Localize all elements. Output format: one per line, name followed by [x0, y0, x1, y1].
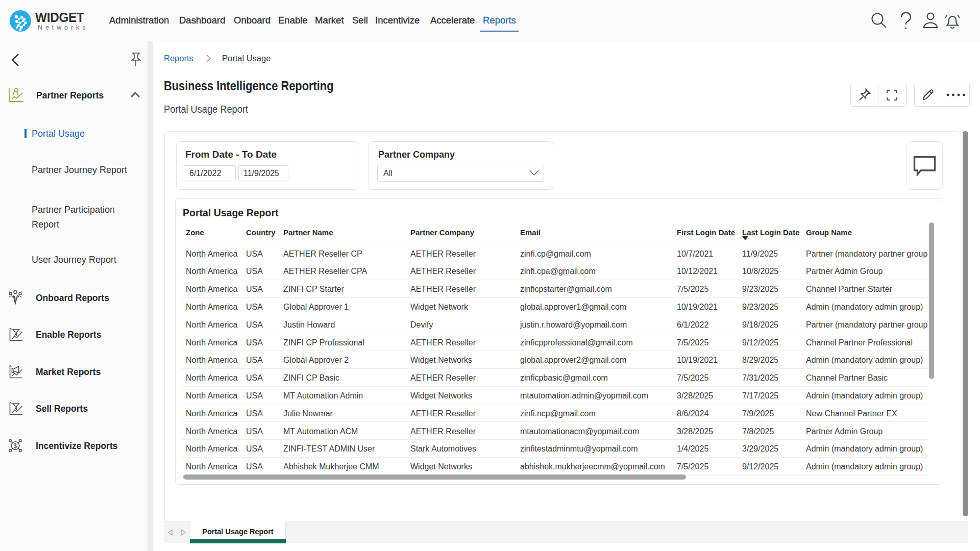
- svg-text:$: $: [14, 442, 17, 449]
